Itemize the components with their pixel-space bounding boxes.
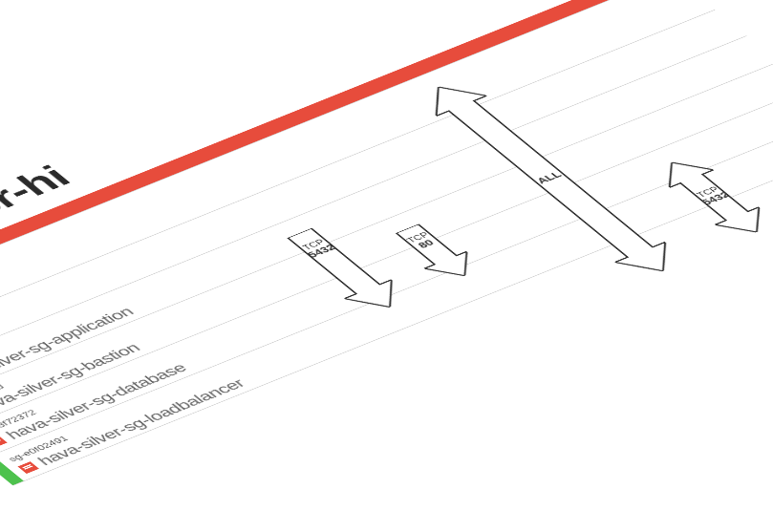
- security-group-icon: [0, 435, 7, 447]
- diagram-panel: hava-silver-hi internet sg-8af420fb defa…: [0, 0, 773, 532]
- security-group-icon: [17, 461, 38, 474]
